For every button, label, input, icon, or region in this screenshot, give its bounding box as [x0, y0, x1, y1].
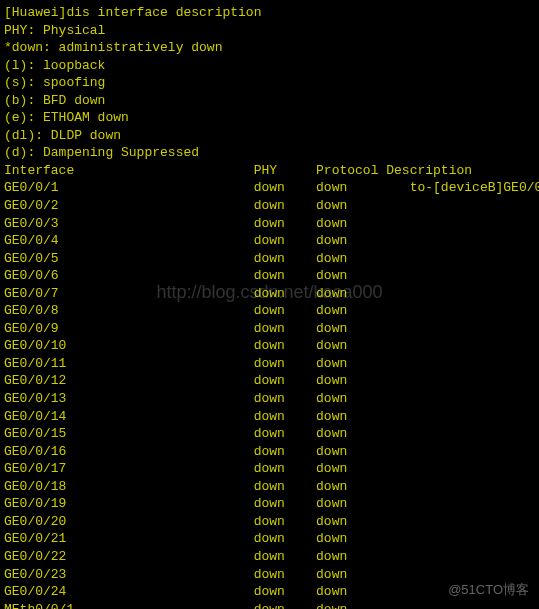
terminal-output[interactable]: [Huawei]dis interface description PHY: P…	[4, 4, 535, 609]
